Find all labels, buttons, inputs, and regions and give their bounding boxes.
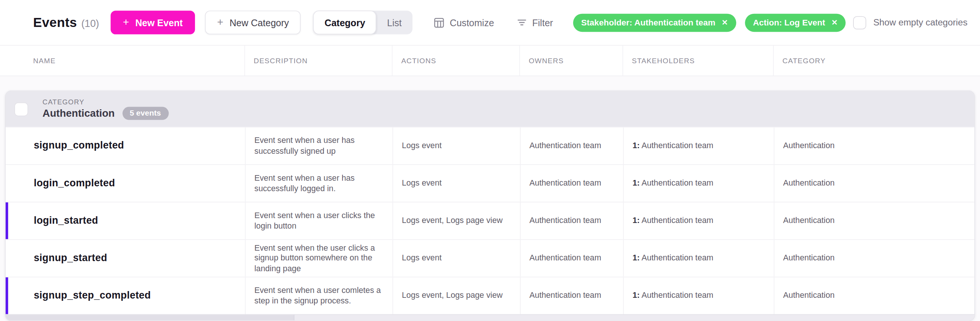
event-owners: Authentication team <box>521 240 624 277</box>
event-owners: Authentication team <box>521 202 624 240</box>
category-group-text: CATEGORY Authentication 5 events <box>43 98 169 120</box>
horizontal-scrollbar-thumb[interactable] <box>6 315 294 320</box>
events-page: Events (10) + New Event + New Category C… <box>0 0 980 321</box>
column-header-actions: ACTIONS <box>393 46 520 76</box>
show-empty-categories-label: Show empty categories <box>873 17 968 28</box>
event-stakeholders: 1: Authentication team <box>624 165 774 202</box>
page-title: Events <box>33 15 77 30</box>
plus-icon: + <box>123 16 129 29</box>
event-actions: Logs event <box>393 127 521 165</box>
customize-label: Customize <box>450 17 494 28</box>
column-header-name: NAME <box>0 46 245 76</box>
show-empty-categories-control: Show empty categories <box>853 16 967 29</box>
column-header-stakeholders: STAKEHOLDERS <box>623 46 774 76</box>
new-event-label: New Event <box>135 17 183 28</box>
event-row[interactable]: signup_started Event sent when the user … <box>6 239 974 277</box>
close-icon[interactable]: ✕ <box>831 18 838 27</box>
event-actions: Logs event <box>393 240 521 277</box>
event-description: Event sent when a user has successfully … <box>245 165 393 202</box>
new-category-label: New Category <box>229 17 289 28</box>
event-description: Event sent when the user clicks a signup… <box>245 240 393 277</box>
filter-lines-icon <box>517 17 527 28</box>
event-category: Authentication <box>775 240 974 277</box>
column-header-owners: OWNERS <box>520 46 623 76</box>
category-card: CATEGORY Authentication 5 events signup_… <box>5 91 975 321</box>
horizontal-scrollbar-track[interactable] <box>6 314 974 321</box>
events-count: (10) <box>81 18 99 29</box>
view-toggle-category[interactable]: Category <box>313 11 377 34</box>
event-stakeholders: 1: Authentication team <box>624 277 774 314</box>
show-empty-categories-checkbox[interactable] <box>853 16 866 29</box>
event-category: Authentication <box>775 202 974 240</box>
customize-button[interactable]: Customize <box>433 17 494 28</box>
close-icon[interactable]: ✕ <box>722 18 728 27</box>
table-column-headers: NAME DESCRIPTION ACTIONS OWNERS STAKEHOL… <box>0 46 980 76</box>
event-category: Authentication <box>775 127 974 165</box>
filter-chip-label: Stakeholder: Authentication team <box>581 18 716 27</box>
event-name: login_completed <box>6 165 245 202</box>
event-row[interactable]: signup_completed Event sent when a user … <box>6 127 974 164</box>
page-title-group: Events (10) <box>33 15 99 30</box>
filter-chip-action[interactable]: Action: Log Event ✕ <box>745 13 846 32</box>
filter-button[interactable]: Filter <box>517 17 553 28</box>
event-actions: Logs event <box>393 165 521 202</box>
category-group-header[interactable]: CATEGORY Authentication 5 events <box>6 91 974 127</box>
new-event-button[interactable]: + New Event <box>110 11 196 34</box>
event-description: Event sent when a user clicks the login … <box>245 202 393 240</box>
filter-label: Filter <box>532 17 553 28</box>
event-row[interactable]: login_completed Event sent when a user h… <box>6 164 974 202</box>
event-name: login_started <box>6 202 245 240</box>
category-checkbox[interactable] <box>14 102 28 116</box>
filter-chip-stakeholder[interactable]: Stakeholder: Authentication team ✕ <box>573 13 736 32</box>
top-toolbar: Events (10) + New Event + New Category C… <box>0 0 980 46</box>
event-name: signup_step_completed <box>6 277 245 314</box>
new-category-button[interactable]: + New Category <box>205 11 301 34</box>
event-actions: Logs event, Logs page view <box>393 277 521 314</box>
event-actions: Logs event, Logs page view <box>393 202 521 240</box>
plus-icon: + <box>217 16 223 29</box>
column-header-category: CATEGORY <box>774 46 980 76</box>
event-owners: Authentication team <box>521 165 624 202</box>
event-category: Authentication <box>775 165 974 202</box>
events-count-badge: 5 events <box>122 107 169 120</box>
filter-chip-label: Action: Log Event <box>753 18 825 27</box>
table-grid-icon <box>433 17 444 28</box>
event-name: signup_completed <box>6 127 245 165</box>
event-owners: Authentication team <box>521 127 624 165</box>
event-stakeholders: 1: Authentication team <box>624 127 774 165</box>
event-row[interactable]: login_started Event sent when a user cli… <box>6 202 974 239</box>
event-row[interactable]: signup_step_completed Event sent when a … <box>6 277 974 314</box>
event-description: Event sent when a user comletes a step i… <box>245 277 393 314</box>
event-owners: Authentication team <box>521 277 624 314</box>
category-kicker: CATEGORY <box>43 98 169 105</box>
column-header-description: DESCRIPTION <box>245 46 392 76</box>
event-stakeholders: 1: Authentication team <box>624 240 774 277</box>
view-toggle-list[interactable]: List <box>377 11 412 34</box>
view-toggle: Category List <box>313 11 412 34</box>
event-name: signup_started <box>6 240 245 277</box>
event-category: Authentication <box>775 277 974 314</box>
category-name: Authentication <box>43 107 115 119</box>
event-description: Event sent when a user has successfully … <box>245 127 393 165</box>
event-stakeholders: 1: Authentication team <box>624 202 774 240</box>
